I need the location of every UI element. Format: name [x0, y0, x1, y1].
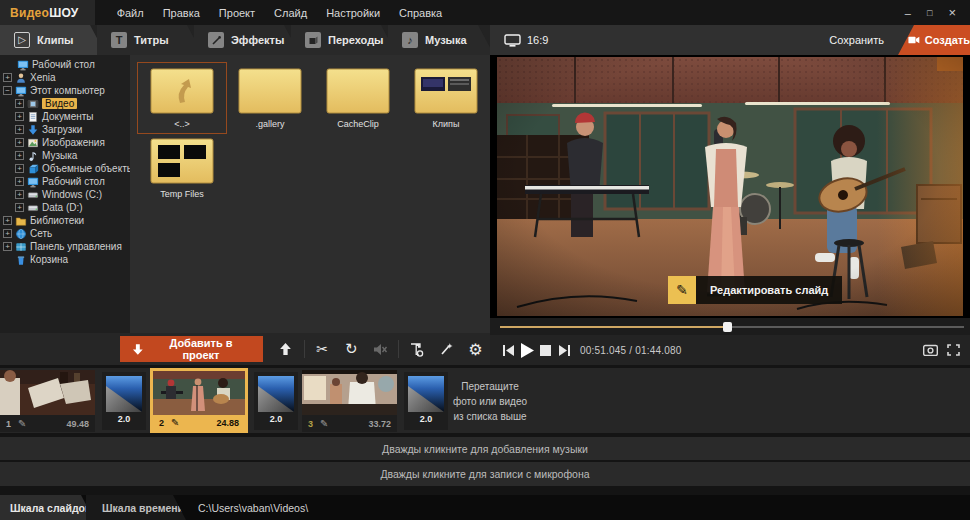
menu-slide[interactable]: Слайд: [274, 7, 307, 19]
close-icon[interactable]: ×: [948, 5, 956, 20]
create-button[interactable]: Создать: [898, 25, 970, 55]
tree-item-videos[interactable]: +Видео: [0, 97, 130, 110]
menu-file[interactable]: Файл: [117, 7, 144, 19]
edit-slide-label: Редактировать слайд: [696, 276, 842, 304]
expander-icon[interactable]: +: [15, 99, 24, 108]
folder-cacheclip[interactable]: CacheClip: [318, 67, 398, 129]
upload-icon[interactable]: [271, 336, 300, 362]
player-bar: 00:51.045 / 01:44.080: [490, 335, 970, 365]
settings-gear-icon[interactable]: ⚙: [461, 336, 490, 362]
timeline-slide-2[interactable]: 2 ✎ 24.88: [150, 368, 248, 433]
folder-tree-panel: Рабочий стол +Xenia −Этот компьютер +Вид…: [0, 55, 130, 333]
transition-1[interactable]: 2.0: [102, 372, 146, 430]
add-to-project-button[interactable]: Добавить в проект: [120, 336, 263, 362]
text-tool-icon[interactable]: [402, 336, 431, 362]
aspect-ratio-control[interactable]: 16:9: [504, 34, 548, 47]
tree-item-control-panel[interactable]: +Панель управления: [0, 240, 130, 253]
tab-label: Эффекты: [231, 34, 284, 46]
save-button[interactable]: Сохранить: [829, 34, 898, 46]
time-display: 00:51.045 / 01:44.080: [580, 345, 682, 356]
fullscreen-icon[interactable]: [947, 344, 960, 356]
next-icon[interactable]: [555, 340, 574, 360]
cut-icon[interactable]: ✂: [307, 336, 336, 362]
seek-bar[interactable]: [500, 326, 964, 328]
tree-item-this-pc[interactable]: −Этот компьютер: [0, 84, 130, 97]
tab-music[interactable]: ♪ Музыка: [388, 25, 494, 55]
microphone-track-hint: Дважды кликните для записи с микрофона: [380, 468, 589, 480]
current-path: C:\Users\vaban\Videos\: [198, 502, 308, 514]
tree-item-drive-c[interactable]: +Windows (C:): [0, 188, 130, 201]
expander-icon[interactable]: +: [15, 112, 24, 121]
network-icon: [15, 228, 27, 240]
tree-item-libraries[interactable]: +Библиотеки: [0, 214, 130, 227]
folder-gallery[interactable]: .gallery: [230, 67, 310, 129]
tree-item-documents[interactable]: +Документы: [0, 110, 130, 123]
folder-up[interactable]: <..>: [142, 67, 222, 129]
prev-icon[interactable]: [498, 340, 517, 360]
expander-icon[interactable]: [5, 60, 14, 69]
tab-slide-scale[interactable]: Шкала слайдов: [0, 495, 94, 520]
tab-effects[interactable]: Эффекты: [194, 25, 300, 55]
tree-item-xenia[interactable]: +Xenia: [0, 71, 130, 84]
expander-icon[interactable]: [3, 255, 12, 264]
wand-icon[interactable]: [432, 336, 461, 362]
mute-icon[interactable]: [366, 336, 395, 362]
create-label: Создать: [925, 34, 970, 46]
menu-settings[interactable]: Настройки: [326, 7, 380, 19]
expander-icon[interactable]: +: [3, 229, 12, 238]
seek-progress: [500, 326, 727, 328]
edit-slide-button[interactable]: ✎ Редактировать слайд: [668, 276, 842, 304]
desktop-icon: [17, 59, 29, 71]
tree-item-recycle-bin[interactable]: Корзина: [0, 253, 130, 266]
expander-icon[interactable]: +: [15, 190, 24, 199]
pencil-icon[interactable]: ✎: [18, 418, 26, 429]
stop-icon[interactable]: [536, 340, 555, 360]
transition-icon: [106, 376, 142, 412]
expander-icon[interactable]: +: [15, 151, 24, 160]
menu-edit[interactable]: Правка: [163, 7, 200, 19]
restore-icon[interactable]: □: [927, 8, 932, 18]
tree-item-network[interactable]: +Сеть: [0, 227, 130, 240]
menu-project[interactable]: Проект: [219, 7, 255, 19]
expander-icon[interactable]: +: [15, 125, 24, 134]
downloads-icon: [27, 124, 39, 136]
expander-icon[interactable]: −: [3, 86, 12, 95]
pencil-icon: ✎: [668, 276, 696, 304]
microphone-track[interactable]: Дважды кликните для записи с микрофона: [0, 462, 970, 486]
tree-item-pictures[interactable]: +Изображения: [0, 136, 130, 149]
tab-clips[interactable]: ▷ Клипы: [0, 25, 106, 55]
expander-icon[interactable]: +: [15, 164, 24, 173]
transition-icon: [258, 376, 294, 412]
expander-icon[interactable]: +: [15, 138, 24, 147]
expander-icon[interactable]: +: [3, 216, 12, 225]
play-icon: ▷: [14, 32, 30, 48]
transition-2[interactable]: 2.0: [254, 372, 298, 430]
tree-item-3d-objects[interactable]: +Объемные объекты: [0, 162, 130, 175]
expander-icon[interactable]: +: [3, 242, 12, 251]
tree-item-downloads[interactable]: +Загрузки: [0, 123, 130, 136]
expander-icon[interactable]: +: [15, 177, 24, 186]
snapshot-icon[interactable]: [923, 344, 938, 356]
expander-icon[interactable]: +: [3, 73, 12, 82]
folder-clips[interactable]: Клипы: [406, 67, 486, 129]
rotate-icon[interactable]: ↻: [337, 336, 366, 362]
folder-temp-files[interactable]: Temp Files: [142, 137, 222, 199]
timeline-slide-3[interactable]: 3 ✎ 33.72: [302, 370, 397, 432]
minimize-icon[interactable]: –: [905, 7, 911, 19]
pencil-icon[interactable]: ✎: [320, 418, 328, 429]
tab-label: Титры: [134, 34, 169, 46]
pencil-icon[interactable]: ✎: [171, 417, 179, 428]
tab-transitions[interactable]: Переходы: [291, 25, 397, 55]
tree-item-desktop-root[interactable]: Рабочий стол: [0, 58, 130, 71]
music-track[interactable]: Дважды кликните для добавления музыки: [0, 437, 970, 460]
tree-item-desktop[interactable]: +Рабочий стол: [0, 175, 130, 188]
tab-time-scale[interactable]: Шкала времени: [86, 495, 186, 520]
tree-item-drive-d[interactable]: +Data (D:): [0, 201, 130, 214]
tree-item-music[interactable]: +Музыка: [0, 149, 130, 162]
tab-titles[interactable]: T Титры: [97, 25, 203, 55]
play-icon[interactable]: [517, 340, 536, 360]
menu-help[interactable]: Справка: [399, 7, 442, 19]
timeline-slide-1[interactable]: 1 ✎ 49.48: [0, 370, 95, 432]
seek-handle[interactable]: [723, 322, 732, 332]
expander-icon[interactable]: +: [15, 203, 24, 212]
